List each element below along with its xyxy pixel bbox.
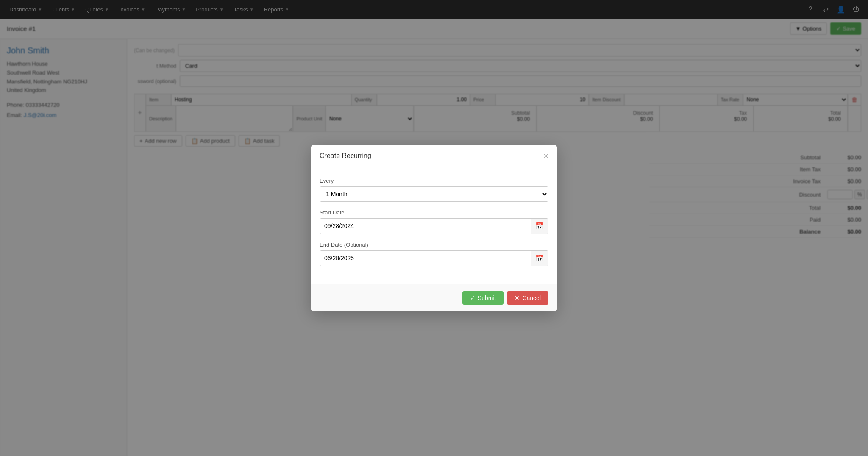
create-recurring-modal: Create Recurring × Every 1 Month 2 Month… (311, 145, 557, 311)
modal-header: Create Recurring × (311, 145, 557, 167)
end-date-input[interactable] (320, 251, 531, 265)
start-date-field-group: Start Date 📅 (320, 209, 548, 234)
end-date-field-group: End Date (Optional) 📅 (320, 242, 548, 266)
modal-overlay: Create Recurring × Every 1 Month 2 Month… (0, 0, 868, 456)
cancel-x-icon: ✕ (515, 295, 520, 301)
start-date-input-wrap: 📅 (320, 218, 548, 234)
cancel-button[interactable]: ✕ Cancel (507, 291, 548, 305)
start-date-input[interactable] (320, 219, 531, 233)
modal-body: Every 1 Month 2 Months 3 Months 6 Months… (311, 167, 557, 284)
start-date-calendar-icon[interactable]: 📅 (531, 219, 548, 234)
modal-title: Create Recurring (320, 152, 371, 160)
modal-footer: ✓ Submit ✕ Cancel (311, 284, 557, 311)
end-date-label: End Date (Optional) (320, 242, 548, 248)
every-label: Every (320, 178, 548, 184)
modal-close-button[interactable]: × (543, 152, 548, 160)
end-date-calendar-icon[interactable]: 📅 (531, 251, 548, 266)
submit-check-icon: ✓ (470, 295, 475, 301)
start-date-label: Start Date (320, 209, 548, 216)
submit-button[interactable]: ✓ Submit (462, 291, 504, 305)
every-field-group: Every 1 Month 2 Months 3 Months 6 Months… (320, 178, 548, 202)
end-date-input-wrap: 📅 (320, 250, 548, 266)
every-select[interactable]: 1 Month 2 Months 3 Months 6 Months 1 Yea… (320, 186, 548, 202)
